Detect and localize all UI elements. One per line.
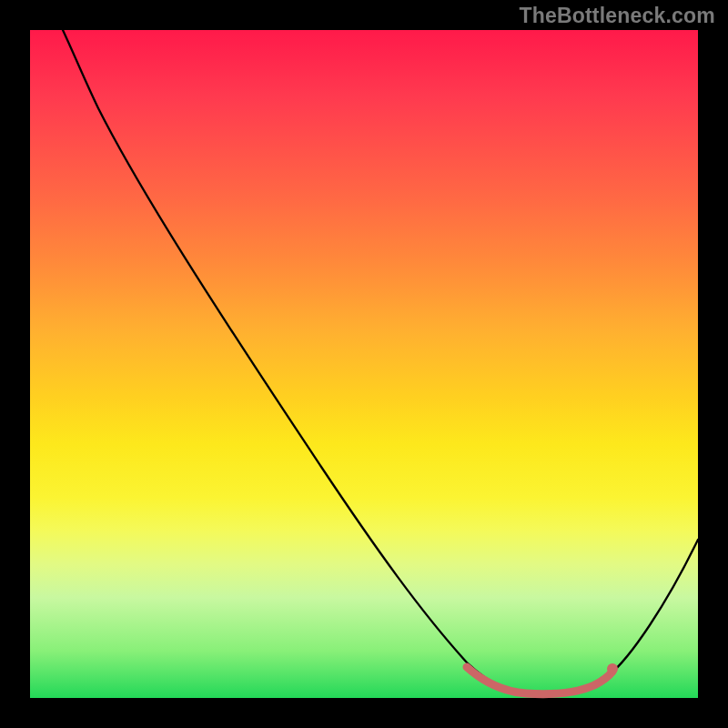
chart-container: TheBottleneck.com: [0, 0, 728, 728]
marker-end-dot: [607, 663, 618, 674]
bottleneck-curve: [63, 30, 698, 695]
plot-area: [30, 30, 698, 698]
watermark-text: TheBottleneck.com: [519, 4, 715, 28]
optimal-range-marker: [467, 667, 612, 694]
chart-svg: [30, 30, 698, 698]
